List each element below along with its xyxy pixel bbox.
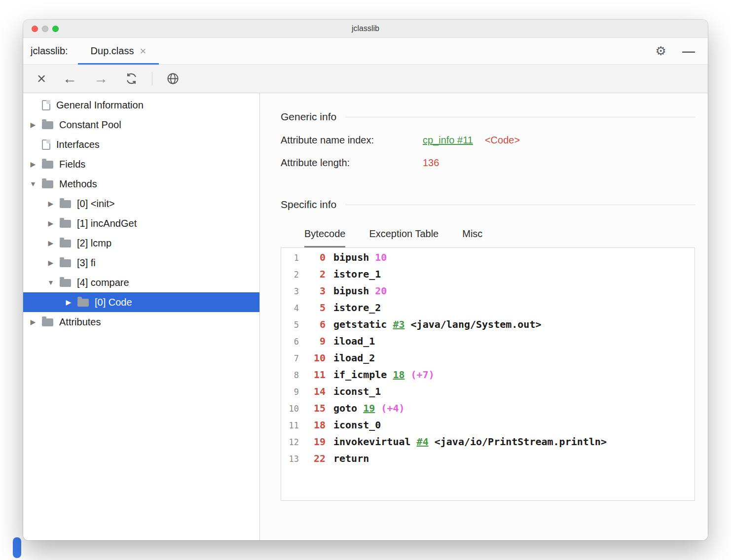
tree-item-attributes[interactable]: ▶Attributes: [23, 312, 259, 332]
web-globe-icon[interactable]: [166, 72, 180, 85]
titlebar: jclasslib: [23, 20, 708, 38]
tree-item-constant-pool[interactable]: ▶Constant Pool: [23, 115, 259, 135]
tree-item-label: Fields: [59, 159, 85, 170]
tree-item-label: Attributes: [59, 316, 101, 328]
attribute-name-index-row: Attribute name index: cp_info #11 <Code>: [281, 135, 695, 157]
bytecode-instruction: iload_2: [333, 352, 375, 364]
tree-item-2-lcmp[interactable]: ▶[2] lcmp: [23, 233, 259, 253]
chevron-right-icon[interactable]: ▶: [28, 160, 38, 168]
chevron-right-icon[interactable]: ▶: [46, 200, 56, 208]
chevron-right-icon[interactable]: ▶: [46, 239, 56, 247]
tree-item-fields[interactable]: ▶Fields: [23, 154, 259, 174]
bytecode-immediate: (+7): [411, 369, 435, 381]
bytecode-offset: 18: [306, 419, 326, 431]
section-divider: [345, 205, 695, 205]
folder-icon: [60, 200, 71, 208]
bytecode-instruction: iconst_1: [333, 385, 381, 397]
chevron-right-icon[interactable]: ▶: [46, 259, 56, 267]
chevron-right-icon[interactable]: ▶: [28, 318, 38, 326]
bytecode-mnemonic: goto: [333, 402, 357, 414]
tree-item-label: General Information: [56, 100, 144, 111]
bytecode-mnemonic: getstatic: [333, 318, 387, 330]
bytecode-line: 56getstatic #3 <java/lang/System.out>: [283, 318, 690, 335]
folder-icon: [42, 121, 53, 129]
collapse-icon[interactable]: —: [682, 45, 695, 58]
line-number: 6: [283, 337, 299, 347]
cp-info-link[interactable]: cp_info #11: [423, 135, 473, 146]
tree-item-interfaces[interactable]: Interfaces: [23, 135, 259, 154]
bytecode-immediate: 20: [375, 285, 387, 297]
forward-arrow-icon[interactable]: →: [94, 71, 108, 86]
bytecode-offset: 19: [306, 436, 326, 448]
tab-bytecode[interactable]: Bytecode: [304, 228, 345, 247]
close-file-icon[interactable]: ×: [37, 71, 46, 86]
line-number: 13: [283, 454, 299, 464]
tab-close-icon[interactable]: ×: [140, 46, 146, 57]
tree-item-label: Methods: [59, 178, 97, 190]
bytecode-mnemonic: bipush: [333, 251, 369, 263]
folder-icon: [60, 220, 71, 228]
tree-item-4-compare[interactable]: ▼[4] compare: [23, 273, 259, 292]
chevron-down-icon[interactable]: ▼: [28, 180, 38, 188]
bytecode-link[interactable]: 18: [393, 369, 404, 381]
chevron-right-icon[interactable]: ▶: [46, 219, 56, 227]
folder-icon: [42, 161, 53, 169]
bytecode-immediate: 10: [375, 251, 387, 263]
bytecode-link[interactable]: 19: [363, 402, 375, 414]
tab-dup-class[interactable]: Dup.class ×: [78, 38, 159, 64]
settings-gear-icon[interactable]: ⚙: [656, 45, 666, 57]
bytecode-offset: 10: [306, 352, 326, 364]
tree-item-1-incandget[interactable]: ▶[1] incAndGet: [23, 213, 259, 233]
bytecode-offset: 22: [306, 453, 326, 464]
bytecode-line: 1015goto 19 (+4): [283, 402, 690, 419]
bytecode-mnemonic: return: [333, 453, 369, 464]
bytecode-mnemonic: iconst_0: [333, 419, 381, 431]
tab-misc[interactable]: Misc: [462, 228, 482, 247]
bytecode-offset: 11: [306, 369, 326, 381]
detail-panel: Generic info Attribute name index: cp_in…: [260, 93, 708, 540]
structure-tree: General Information▶Constant PoolInterfa…: [23, 93, 260, 540]
folder-icon: [42, 318, 53, 326]
bytecode-comment: <java/io/PrintStream.println>: [435, 436, 607, 448]
bytecode-line: 22istore_1: [283, 268, 690, 285]
bytecode-link[interactable]: #4: [417, 436, 429, 448]
line-number: 7: [283, 353, 299, 363]
tree-item-label: [0] Code: [95, 297, 132, 308]
tree-item-general-information[interactable]: General Information: [23, 95, 259, 115]
document-icon: [42, 100, 50, 110]
field-value: <Code>: [485, 135, 520, 146]
app-label: jclasslib:: [31, 45, 68, 57]
toolbar-divider: [152, 72, 152, 85]
line-number: 8: [283, 370, 299, 380]
bytecode-mnemonic: bipush: [333, 285, 369, 297]
tab-exception-table[interactable]: Exception Table: [369, 228, 439, 247]
bytecode-link[interactable]: #3: [393, 318, 404, 330]
bytecode-offset: 15: [306, 402, 326, 414]
reload-icon[interactable]: [125, 72, 138, 85]
folder-icon: [77, 299, 89, 307]
tree-item-0-code[interactable]: ▶[0] Code: [23, 292, 259, 312]
bytecode-instruction: goto 19 (+4): [333, 402, 405, 414]
bytecode-instruction: return: [333, 453, 369, 464]
back-arrow-icon[interactable]: ←: [63, 71, 77, 86]
tree-item-0-init[interactable]: ▶[0] <init>: [23, 194, 259, 213]
line-number: 1: [283, 253, 299, 263]
tree-item-3-fi[interactable]: ▶[3] fi: [23, 253, 259, 273]
tree-item-label: Interfaces: [56, 139, 100, 150]
bytecode-line: 811if_icmple 18 (+7): [283, 369, 690, 385]
bytecode-instruction: istore_2: [333, 302, 381, 314]
detail-tabs: Bytecode Exception Table Misc: [281, 228, 695, 247]
field-label: Attribute length:: [281, 157, 423, 169]
chevron-right-icon[interactable]: ▶: [28, 121, 38, 129]
field-value: 136: [423, 157, 439, 169]
chevron-right-icon[interactable]: ▶: [64, 298, 73, 306]
generic-info-header: Generic info: [281, 111, 695, 123]
tree-item-methods[interactable]: ▼Methods: [23, 174, 259, 194]
bytecode-instruction: bipush 20: [333, 285, 387, 297]
field-label: Attribute name index:: [281, 135, 423, 146]
bytecode-mnemonic: istore_1: [333, 268, 381, 280]
bytecode-offset: 5: [306, 302, 326, 314]
bytecode-offset: 2: [306, 268, 326, 280]
chevron-down-icon[interactable]: ▼: [46, 279, 56, 286]
bytecode-instruction: istore_1: [333, 268, 381, 280]
